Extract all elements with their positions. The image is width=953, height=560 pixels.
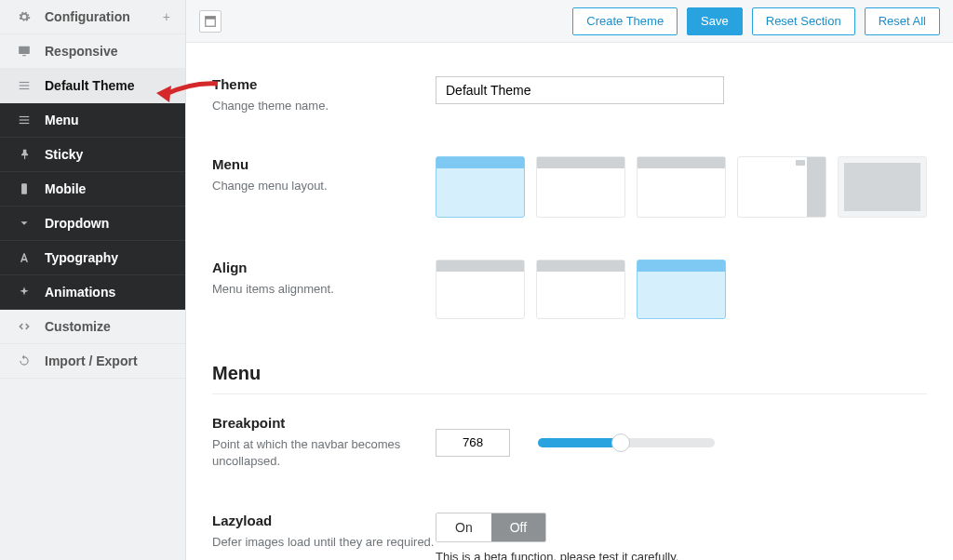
svg-rect-8 <box>21 183 27 194</box>
svg-rect-10 <box>206 16 216 19</box>
menu-layout-option-1[interactable] <box>436 156 525 218</box>
svg-rect-1 <box>22 55 26 56</box>
gear-icon <box>17 9 32 24</box>
lazyload-desc: Defer images load until they are require… <box>212 534 436 551</box>
sidebar-item-mobile[interactable]: Mobile <box>0 172 185 207</box>
sidebar-item-label: Menu <box>45 113 79 127</box>
plus-icon: + <box>163 9 170 24</box>
sidebar-item-responsive[interactable]: Responsive <box>0 34 185 69</box>
sidebar-item-animations[interactable]: Animations <box>0 275 185 310</box>
menu-layout-option-2[interactable] <box>536 156 625 218</box>
sidebar-item-customize[interactable]: Customize <box>0 310 185 344</box>
lazyload-on[interactable]: On <box>436 513 491 541</box>
sidebar-item-label: Typography <box>45 250 118 265</box>
sidebar-item-configuration[interactable]: Configuration + <box>0 0 185 34</box>
save-button[interactable]: Save <box>687 7 743 35</box>
svg-rect-5 <box>20 116 30 117</box>
breakpoint-desc: Point at which the navbar becomes uncoll… <box>212 436 436 470</box>
lazyload-label: Lazyload <box>212 513 436 528</box>
sidebar-item-typography[interactable]: Typography <box>0 241 185 275</box>
breakpoint-slider[interactable] <box>538 438 715 447</box>
sidebar-item-label: Sticky <box>45 147 83 162</box>
menu-layout-desc: Change menu layout. <box>212 178 436 194</box>
breakpoint-input[interactable] <box>436 429 510 457</box>
align-option-left[interactable] <box>436 260 525 319</box>
sidebar-item-label: Configuration <box>45 9 130 24</box>
theme-desc: Change theme name. <box>212 98 436 114</box>
sidebar-item-sticky[interactable]: Sticky <box>0 138 185 172</box>
menu-layout-option-5[interactable] <box>838 156 927 218</box>
sidebar-item-dropdown[interactable]: Dropdown <box>0 207 185 241</box>
lazyload-toggle: On Off <box>436 513 546 542</box>
topbar: Create Theme Save Reset Section Reset Al… <box>186 0 953 43</box>
sidebar-item-label: Animations <box>45 285 115 300</box>
main: Create Theme Save Reset Section Reset Al… <box>186 0 953 560</box>
sidebar-item-menu[interactable]: Menu <box>0 103 185 138</box>
menu-layout-options <box>436 156 927 218</box>
svg-rect-0 <box>19 47 30 54</box>
monitor-icon <box>17 44 32 59</box>
sidebar-item-label: Customize <box>45 319 111 334</box>
menu-layout-option-4[interactable] <box>737 156 826 218</box>
sidebar-item-label: Mobile <box>45 181 86 196</box>
lazyload-off[interactable]: Off <box>491 513 545 541</box>
menu-layout-label: Menu <box>212 156 436 172</box>
menu-layout-option-3[interactable] <box>637 156 726 218</box>
sidebar: Configuration + Responsive Default Theme… <box>0 0 186 560</box>
sidebar-item-label: Default Theme <box>45 78 134 93</box>
content: Theme Change theme name. Menu Change men… <box>186 43 953 560</box>
breakpoint-label: Breakpoint <box>212 415 436 431</box>
sidebar-item-label: Import / Export <box>45 353 138 368</box>
pin-icon <box>17 147 32 162</box>
theme-label: Theme <box>212 76 436 92</box>
list-icon <box>17 113 32 127</box>
select-element-button[interactable] <box>199 10 221 33</box>
theme-name-input[interactable] <box>436 76 724 104</box>
sidebar-item-default-theme[interactable]: Default Theme <box>0 69 185 103</box>
reset-all-button[interactable]: Reset All <box>865 7 940 35</box>
align-desc: Menu items alignment. <box>212 281 436 298</box>
svg-rect-6 <box>20 119 30 120</box>
sidebar-item-label: Responsive <box>45 44 118 59</box>
svg-rect-7 <box>20 123 30 124</box>
svg-rect-3 <box>20 85 30 86</box>
svg-rect-2 <box>20 82 30 83</box>
mobile-icon <box>17 181 32 196</box>
svg-rect-4 <box>20 88 30 89</box>
reset-section-button[interactable]: Reset Section <box>752 7 855 35</box>
code-icon <box>17 319 32 334</box>
sidebar-item-import-export[interactable]: Import / Export <box>0 344 185 379</box>
font-icon <box>17 250 32 265</box>
lazyload-note: This is a beta function, please test it … <box>436 550 927 560</box>
align-label: Align <box>212 260 436 275</box>
create-theme-button[interactable]: Create Theme <box>572 7 678 35</box>
align-options <box>436 260 927 319</box>
sidebar-item-label: Dropdown <box>45 216 109 231</box>
align-option-right[interactable] <box>637 260 726 319</box>
sparkle-icon <box>17 285 32 300</box>
refresh-icon <box>17 353 32 368</box>
align-option-center[interactable] <box>536 260 625 319</box>
section-menu-heading: Menu <box>212 363 927 394</box>
chevron-down-icon <box>17 216 32 231</box>
menu-icon <box>17 78 32 93</box>
